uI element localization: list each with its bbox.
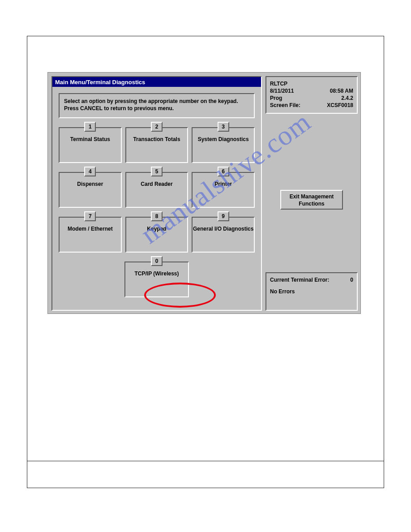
error-status: No Errors bbox=[270, 288, 353, 295]
system-info-box: RLTCP 8/11/2011 08:58 AM Prog 2.4.2 Scre… bbox=[265, 76, 358, 114]
sidebar: RLTCP 8/11/2011 08:58 AM Prog 2.4.2 Scre… bbox=[265, 76, 358, 311]
option-label: Dispenser bbox=[59, 172, 122, 208]
footer-box bbox=[27, 461, 384, 488]
option-label: Transaction Totals bbox=[125, 127, 188, 163]
option-number: 0 bbox=[151, 256, 163, 266]
prog-label: Prog bbox=[270, 95, 282, 101]
titlebar: Main Menu/Terminal Diagnostics bbox=[52, 77, 261, 87]
option-tcp-ip-wireless[interactable]: 0 TCP/IP (Wireless) bbox=[124, 256, 189, 297]
option-number: 7 bbox=[84, 211, 96, 221]
option-number: 4 bbox=[84, 167, 96, 176]
option-number: 1 bbox=[84, 122, 96, 132]
system-date: 8/11/2011 bbox=[270, 88, 294, 94]
error-code: 0 bbox=[350, 277, 353, 283]
option-label: System Diagnostics bbox=[192, 127, 255, 163]
screenfile-label: Screen File: bbox=[270, 102, 300, 108]
option-dispenser[interactable]: 4 Dispenser bbox=[59, 167, 122, 208]
option-label: Card Reader bbox=[125, 172, 188, 208]
system-time: 08:58 AM bbox=[330, 88, 353, 94]
option-number: 6 bbox=[218, 167, 229, 176]
instruction-text: Select an option by pressing the appropr… bbox=[59, 93, 255, 118]
exit-management-button[interactable]: Exit Management Functions bbox=[280, 190, 343, 210]
options-grid: 1 Terminal Status 2 Transaction Totals 3… bbox=[59, 122, 255, 297]
error-box: Current Terminal Error: 0 No Errors bbox=[265, 272, 358, 311]
option-label: General I/O Diagnostics bbox=[192, 217, 255, 253]
option-label: Printer bbox=[192, 172, 255, 208]
screenfile-value: XCSF0018 bbox=[327, 102, 353, 108]
option-card-reader[interactable]: 5 Card Reader bbox=[125, 167, 188, 208]
option-keypad[interactable]: 8 Keypad bbox=[125, 211, 188, 253]
option-label: Modem / Ethernet bbox=[59, 217, 122, 253]
terminal-screen: Main Menu/Terminal Diagnostics Select an… bbox=[47, 72, 361, 314]
option-label: Terminal Status bbox=[59, 127, 122, 163]
option-label: Keypad bbox=[125, 217, 188, 253]
option-modem-ethernet[interactable]: 7 Modem / Ethernet bbox=[59, 211, 122, 253]
option-number: 9 bbox=[218, 211, 229, 221]
document-page: Main Menu/Terminal Diagnostics Select an… bbox=[27, 36, 384, 488]
option-number: 2 bbox=[151, 122, 163, 132]
option-number: 8 bbox=[151, 211, 163, 221]
option-transaction-totals[interactable]: 2 Transaction Totals bbox=[125, 122, 188, 163]
option-system-diagnostics[interactable]: 3 System Diagnostics bbox=[192, 122, 255, 163]
option-terminal-status[interactable]: 1 Terminal Status bbox=[59, 122, 122, 163]
main-menu-panel: Main Menu/Terminal Diagnostics Select an… bbox=[51, 76, 262, 311]
option-printer[interactable]: 6 Printer bbox=[192, 167, 255, 208]
screenshot-wrapper: Main Menu/Terminal Diagnostics Select an… bbox=[27, 72, 385, 318]
system-name: RLTCP bbox=[270, 81, 353, 87]
option-number: 3 bbox=[218, 122, 229, 132]
option-general-io-diagnostics[interactable]: 9 General I/O Diagnostics bbox=[192, 211, 255, 253]
prog-value: 2.4.2 bbox=[341, 95, 353, 101]
option-number: 5 bbox=[151, 167, 163, 176]
error-label: Current Terminal Error: bbox=[270, 277, 329, 283]
option-label: TCP/IP (Wireless) bbox=[124, 262, 189, 297]
